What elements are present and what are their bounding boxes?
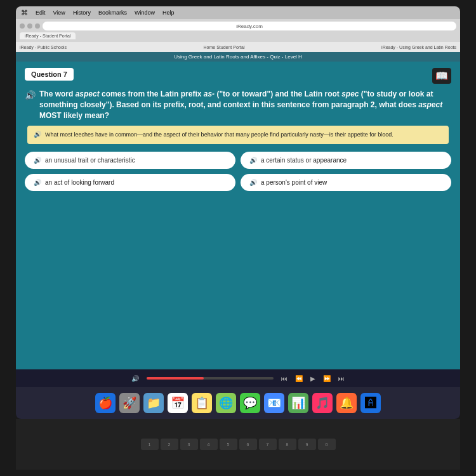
dock-maps[interactable]: 🌐 <box>216 393 236 413</box>
mac-menubar: ⌘ Edit View History Bookmarks Window Hel… <box>16 6 460 19</box>
dock-notification[interactable]: 🔔 <box>336 393 357 413</box>
subnav-center: Home Student Portal <box>204 45 245 50</box>
dock-notes[interactable]: 📋 <box>192 393 212 413</box>
key-1[interactable]: 1 <box>141 439 159 450</box>
passage-speaker-icon: 🔊 <box>34 131 41 138</box>
answer-d[interactable]: 🔊 a person's point of view <box>241 174 451 191</box>
answer-c[interactable]: 🔊 an act of looking forward <box>25 174 235 191</box>
subnav-right: iReady - Using Greek and Latin Roots <box>381 45 456 50</box>
question-text-row: 🔊 The word aspect comes from the Latin p… <box>25 89 451 121</box>
back-btn[interactable]: ⏪ <box>295 375 303 382</box>
quiz-area: Question 7 📖 🔊 The word aspect comes fro… <box>16 62 460 369</box>
menu-window[interactable]: Window <box>135 10 155 16</box>
key-7[interactable]: 7 <box>259 439 277 450</box>
key-2[interactable]: 2 <box>161 439 178 450</box>
menu-view[interactable]: View <box>53 10 65 16</box>
book-icon: 📖 <box>432 68 451 84</box>
dock-messages[interactable]: 💬 <box>240 393 260 413</box>
answer-c-icon: 🔊 <box>34 179 41 186</box>
volume-btn[interactable]: 🔊 <box>131 375 139 382</box>
dock-files[interactable]: 📁 <box>143 393 164 413</box>
answer-a[interactable]: 🔊 an unusual trait or characteristic <box>25 152 235 169</box>
subnav-left: iReady - Public Schools <box>20 45 67 50</box>
answer-b-text: a certain status or appearance <box>261 157 347 164</box>
dock: 🍎 🚀 📁 📅 📋 🌐 💬 📧 📊 🎵 🔔 🅰 <box>16 387 460 419</box>
key-0[interactable]: 0 <box>318 439 336 450</box>
menu-edit[interactable]: Edit <box>36 10 46 16</box>
address-text: iReady.com <box>236 23 263 29</box>
key-4[interactable]: 4 <box>200 439 218 450</box>
key-5[interactable]: 5 <box>220 439 237 450</box>
menu-bookmarks[interactable]: Bookmarks <box>98 10 127 16</box>
dock-music[interactable]: 🎵 <box>312 393 333 413</box>
laptop-screen: ⌘ Edit View History Bookmarks Window Hel… <box>16 6 460 419</box>
address-bar[interactable]: iReady.com <box>43 22 456 30</box>
passage-box: 🔊 What most leeches have in common—and t… <box>27 126 449 144</box>
progress-bar-fill <box>147 377 204 380</box>
answer-b[interactable]: 🔊 a certain status or appearance <box>241 152 451 169</box>
menu-history[interactable]: History <box>73 10 91 16</box>
key-8[interactable]: 8 <box>279 439 296 450</box>
play-btn[interactable]: ▶ <box>310 375 315 382</box>
dock-mail[interactable]: 📧 <box>264 393 284 413</box>
dock-calendar[interactable]: 📅 <box>168 393 188 413</box>
browser-max-btn[interactable] <box>35 23 40 29</box>
quiz-banner: Using Greek and Latin Roots and Affixes … <box>16 52 460 62</box>
browser-tab-active[interactable]: iReady - Student Portal <box>20 32 76 39</box>
dock-numbers[interactable]: 📊 <box>288 393 308 413</box>
menu-help[interactable]: Help <box>162 10 175 16</box>
question-text: The word aspect comes from the Latin pre… <box>39 89 451 121</box>
answers-grid: 🔊 an unusual trait or characteristic 🔊 a… <box>25 152 451 191</box>
speaker-icon[interactable]: 🔊 <box>25 90 36 100</box>
dock-launchpad[interactable]: 🚀 <box>119 393 140 413</box>
answer-d-icon: 🔊 <box>249 179 257 186</box>
apple-menu[interactable]: ⌘ <box>21 9 28 17</box>
bottom-controls: 🔊 ⏮ ⏪ ▶ ⏩ ⏭ <box>16 369 460 387</box>
answer-d-text: a person's point of view <box>261 179 327 186</box>
sub-nav: iReady - Public Schools Home Student Por… <box>16 42 460 52</box>
key-9[interactable]: 9 <box>298 439 316 450</box>
browser-tabs: iReady - Student Portal <box>20 32 456 39</box>
passage-text: What most leeches have in common—and the… <box>45 131 393 139</box>
progress-bar[interactable] <box>147 377 274 380</box>
key-3[interactable]: 3 <box>180 439 198 450</box>
browser-close-btn[interactable] <box>20 23 25 29</box>
quiz-banner-text: Using Greek and Latin Roots and Affixes … <box>174 54 302 60</box>
answer-b-icon: 🔊 <box>249 157 257 164</box>
browser-min-btn[interactable] <box>27 23 32 29</box>
browser-toolbar: iReady.com <box>20 22 456 30</box>
question-label: Question 7 <box>25 68 74 81</box>
forward-btn[interactable]: ⏩ <box>323 375 331 382</box>
browser-chrome: iReady.com iReady - Student Portal <box>16 19 460 42</box>
rewind-btn[interactable]: ⏮ <box>281 375 288 382</box>
answer-a-icon: 🔊 <box>34 157 41 164</box>
answer-c-text: an act of looking forward <box>45 179 114 186</box>
dock-finder[interactable]: 🍎 <box>95 393 116 413</box>
keyboard-area: 1 2 3 4 5 6 7 8 9 0 <box>16 419 460 470</box>
answer-a-text: an unusual trait or characteristic <box>45 157 135 164</box>
skip-btn[interactable]: ⏭ <box>338 375 345 382</box>
dock-appstore[interactable]: 🅰 <box>360 393 381 413</box>
keyboard: 1 2 3 4 5 6 7 8 9 0 <box>141 439 336 450</box>
key-6[interactable]: 6 <box>239 439 257 450</box>
